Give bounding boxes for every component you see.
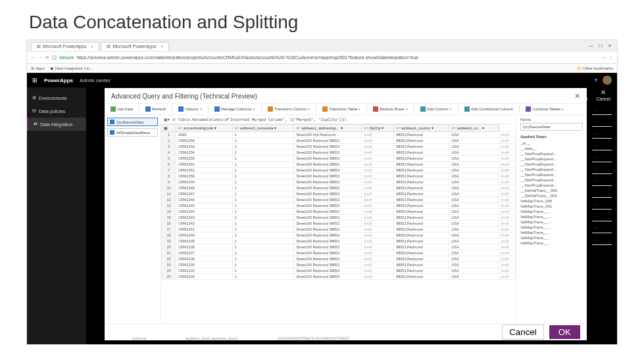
forward-icon[interactable]: → <box>38 55 43 60</box>
close-tab-icon[interactable]: × <box>91 44 93 49</box>
applied-step[interactable]: ValMapTrans__… <box>520 235 583 240</box>
query-source-item[interactable]: QrySourceData <box>107 118 158 126</box>
browser-menu-icon[interactable]: ⋮ <box>608 55 613 60</box>
window-min-icon[interactable]: — <box>589 43 593 49</box>
bookmark-item[interactable]: ▣Data Integration Lin… <box>50 66 93 70</box>
table-row[interactable]: 2CRM12501Street100 Redmond 98052(null)98… <box>162 138 516 144</box>
applied-step[interactable]: ValMapTrans_001 <box>520 204 583 209</box>
applied-step[interactable]: _ar__ <box>520 141 583 146</box>
table-row[interactable]: 22CRM12361Street100 Redmond 98052(null)9… <box>162 256 516 262</box>
table-row[interactable]: 12CRM12461Street100 Redmond 98052(null)9… <box>162 197 516 203</box>
advanced-query-modal: Advanced Query and Filtering (Technical … <box>105 88 587 340</box>
other-bookmarks[interactable]: 📁 Other bookmarks <box>577 66 613 70</box>
waffle-icon[interactable]: ⊞ <box>32 77 37 83</box>
table-row[interactable]: 23CRM12351Street100 Redmond 98052(null)9… <box>162 262 516 268</box>
data-grid[interactable]: ▦Aᵇᶜaccountratingcode ▾Aᵇᶜaddress1_compo… <box>161 124 516 323</box>
table-row[interactable]: 19CRM12391Street100 Redmond 98052(null)9… <box>162 238 516 244</box>
row-selector-header[interactable]: ▦ <box>162 125 176 132</box>
applied-step[interactable]: __DefValTrans__001 <box>520 193 583 198</box>
column-header[interactable]: Aᵇᶜaddress1_composite ▾ <box>232 125 293 132</box>
applied-step[interactable]: __NavPropExpand… <box>520 167 583 172</box>
formula-input[interactable] <box>178 117 513 122</box>
table-row[interactable]: 16CRM12421Street100 Redmond 98052(null)9… <box>162 221 516 227</box>
browser-tab[interactable]: ⊞Microsoft PowerApps× <box>31 42 99 51</box>
applied-step[interactable]: __NavPropExpand… <box>520 151 583 156</box>
table-row[interactable]: 110651Street100 hrjk Redmond…(null)98052… <box>162 132 516 138</box>
url-field[interactable]: https://preview.admin.powerapps.com/data… <box>76 55 599 60</box>
toolbar-add-conditional-column[interactable]: Add Conditional Column <box>462 106 516 112</box>
toolbar-transform-column[interactable]: Transform Column▾ <box>266 106 312 112</box>
table-row[interactable]: 4CRM12541Street100 Redmond 98052(null)98… <box>162 150 516 156</box>
toolbar-refresh[interactable]: Refresh <box>143 106 168 112</box>
window-close-icon[interactable]: ✕ <box>608 43 612 49</box>
nav-data-integration[interactable]: ⇄Data integration <box>27 118 86 131</box>
table-row[interactable]: 15CRM12431Street100 Redmond 98052(null)9… <box>162 215 516 221</box>
modal-title: Advanced Query and Filtering (Technical … <box>111 93 257 100</box>
column-header[interactable]: Aᵇᶜaddress1_co… ▾ <box>449 125 499 132</box>
table-row[interactable]: 10CRM12481Street100 Redmond 98052(null)9… <box>162 185 516 191</box>
toolbar-combine-tables[interactable]: Combine Tables▾ <box>524 106 566 112</box>
app-icon: ⊞ <box>37 44 41 49</box>
query-settings-pane: Name QrySourceData Applied Steps _ar__ _… <box>516 115 587 323</box>
table-row[interactable]: 6CRM12511Street100 Redmond 98052(null)98… <box>162 162 516 168</box>
back-icon[interactable]: ← <box>31 55 36 60</box>
applied-step[interactable]: ValMapTrans__… <box>520 209 583 214</box>
background-row: … <box>592 162 612 174</box>
toolbar-transform-table[interactable]: Transform Table▾ <box>320 106 362 112</box>
reload-icon[interactable]: ⟳ <box>45 55 49 60</box>
avatar[interactable] <box>603 76 612 85</box>
table-icon[interactable]: ▦▾ <box>164 117 170 122</box>
table-row[interactable]: 17CRM12411Street100 Redmond 98052(null)9… <box>162 227 516 233</box>
column-header[interactable]: Aᵇᶜaddress1_addresstyp… ▾ <box>294 125 362 132</box>
column-header[interactable]: Aᵇᶜaddress1_country ▾ <box>394 125 449 132</box>
table-row[interactable]: 24CRM12341Street100 Redmond 98052(null)9… <box>162 268 516 274</box>
table-row[interactable]: 20CRM12381Street100 Redmond 98052(null)9… <box>162 244 516 250</box>
close-icon[interactable]: ✕ <box>574 92 580 101</box>
toolbar-reduce-rows[interactable]: Reduce Rows▾ <box>371 106 409 112</box>
applied-step[interactable]: ValMapTrans__… <box>520 225 583 230</box>
table-row[interactable]: 3CRM12531Street100 Redmond 98052(null)98… <box>162 144 516 150</box>
table-row[interactable]: 11CRM12471Street100 Redmond 98052(null)9… <box>162 191 516 197</box>
cancel-action[interactable]: ✕Cancel <box>596 89 610 101</box>
window-max-icon[interactable]: ☐ <box>599 43 603 49</box>
table-row[interactable]: 14CRM12441Street100 Redmond 98052(null)9… <box>162 209 516 215</box>
toolbar-manage-columns[interactable]: Manage Columns▾ <box>212 106 257 112</box>
table-row[interactable]: 18CRM12401Street100 Redmond 98052(null)9… <box>162 233 516 238</box>
applied-step[interactable]: ValMapTrans__… <box>520 230 583 235</box>
toolbar-options[interactable]: Options▾ <box>176 106 204 112</box>
close-tab-icon[interactable]: × <box>161 44 163 49</box>
column-header[interactable]: Aᵇᶜaccountratingcode ▾ <box>176 125 233 132</box>
applied-steps-label: Applied Steps <box>520 135 583 139</box>
table-row[interactable]: 25CRM12331Street100 Redmond 98052(null)9… <box>162 274 516 280</box>
applied-step[interactable]: __NavPropExpand… <box>520 177 583 183</box>
table-row[interactable]: 13CRM12451Street100 Redmond 98052(null)9… <box>162 203 516 209</box>
query-name-input[interactable]: QrySourceData <box>520 123 583 131</box>
applied-step[interactable]: __NavPropExpand… <box>520 156 583 162</box>
table-row[interactable]: 5CRM12551Street100 Redmond 98052(null)98… <box>162 156 516 162</box>
help-icon[interactable]: ? <box>595 78 597 83</box>
applied-step[interactable]: __NavPropExpand… <box>520 172 583 177</box>
applied-step[interactable]: __DefValTrans__000 <box>520 188 583 193</box>
applied-step[interactable]: ValMapTrans__… <box>520 219 583 225</box>
bookmark-star-icon[interactable]: ☆ <box>602 55 606 60</box>
applied-step[interactable]: ValMapTrans_000 <box>520 198 583 204</box>
table-row[interactable]: 7CRM12511Street100 Redmond 98052(null)98… <box>162 168 516 173</box>
table-row[interactable]: 21CRM12371Street100 Redmond 98052(null)9… <box>162 250 516 256</box>
applied-step[interactable]: ValMapTrans__… <box>520 214 583 219</box>
nav-environments[interactable]: ⚙Environments <box>27 91 86 104</box>
column-header[interactable]: AᵇᶜZipCity ▾ <box>362 125 394 132</box>
query-source-item[interactable]: tblSimpleDataBase <box>107 128 158 137</box>
background-row: … <box>592 186 612 198</box>
applied-step[interactable]: __data__ <box>520 146 583 151</box>
table-row[interactable]: 9CRM12491Street100 Redmond 98052(null)98… <box>162 179 516 185</box>
applied-step[interactable]: __NavPropExpand… <box>520 183 583 188</box>
background-row: … <box>592 174 612 186</box>
nav-data-policies[interactable]: ⊟Data policies <box>27 104 86 118</box>
bookmark-item[interactable]: ⊞Apps <box>31 66 45 70</box>
applied-step[interactable]: ValMapTrans__… <box>520 240 583 246</box>
browser-tab[interactable]: ⊞Microsoft PowerApps× <box>101 42 169 51</box>
toolbar-add-column[interactable]: Add Column▾ <box>418 106 454 112</box>
applied-step[interactable]: __NavPropExpand… <box>520 162 583 167</box>
toolbar-get-data[interactable]: Get Data <box>109 106 135 112</box>
table-row[interactable]: 8CRM12561Street100 Redmond 98052(null)98… <box>162 173 516 179</box>
